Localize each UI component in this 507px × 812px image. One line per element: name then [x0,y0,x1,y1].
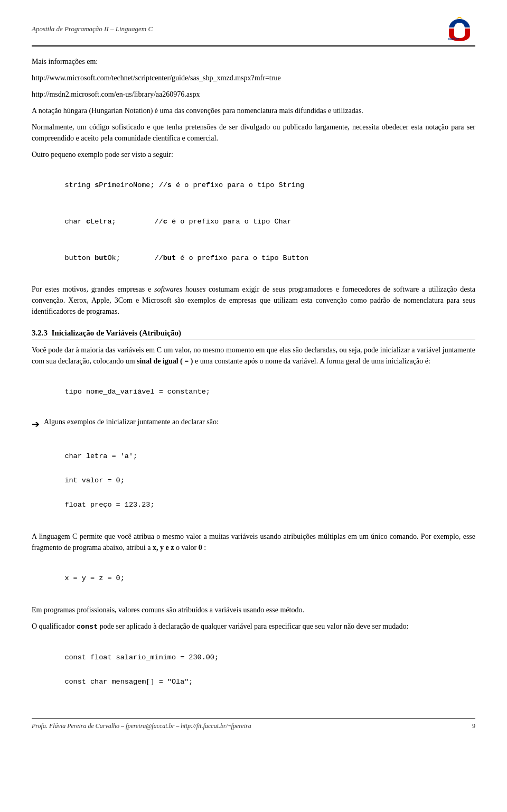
code-float-preco: float preço = 123.23; [64,501,154,509]
normally-text: Normalmente, um código sofisticado e que… [32,123,475,142]
section-init-title: 3.2.3 Inicialização de Variáveis (Atribu… [32,329,475,340]
multiassign-end: : [204,544,206,552]
code-block-prefixes: string sPrimeiroNome; //s é o prefixo pa… [48,167,475,276]
professional-para: Em programas profissionais, valores comu… [32,604,475,615]
code-int-valor: int valor = 0; [64,477,124,484]
page-header: Apostila de Programação II – Linguagem C… [32,16,475,46]
multiassign-bold2: 0 [199,544,202,552]
page-footer: Profa. Flávia Pereira de Carvalho – fper… [32,718,475,730]
const-text2: pode ser aplicado à declaração de qualqu… [100,622,409,630]
const-para: O qualificador const pode ser aplicado à… [32,621,475,632]
code-char-letra: char letra = 'a'; [64,452,137,460]
sec-text1-bold: sinal de igual ( = ) [137,357,193,365]
code-sprimeiron: string sPrimeiroNome; //s é o prefixo pa… [64,181,304,189]
code-block-examples2: char letra = 'a'; int valor = 0; float p… [48,438,475,524]
multiassign-bold1: x, y e z [153,544,174,552]
code-xyz-text: x = y = z = 0; [64,574,124,582]
professional-text: Em programas profissionais, valores comu… [32,606,304,614]
section-title-text: Inicialização de Variáveis (Atribuição) [50,329,181,337]
section-number: 3.2.3 [32,329,48,337]
normally-para: Normalmente, um código sofisticado e que… [32,122,475,144]
code-const-mensagem: const char mensagem[] = "Ola"; [64,678,193,686]
code-general-form: tipo nome_da_variável = constante; [48,374,475,410]
sec-text1-end: e uma constante após o nome da variável.… [195,357,430,365]
example-intro-text: Outro pequeno exemplo pode ser visto a s… [32,149,475,160]
intro-title-text: Mais informações em: [32,58,98,66]
motivos-para: Por estes motivos, grandes empresas e so… [32,284,475,317]
hungarian-text: A notação húngara (Hungarian Notation) é… [32,107,363,115]
arrow-label: Alguns exemplos de inicializar juntament… [44,418,219,426]
const-inline: const [77,623,98,631]
code-block-xyz: x = y = z = 0; [48,561,475,597]
multiassign-para: A linguagem C permite que você atribua o… [32,531,475,553]
code-const-salario: const float salario_minimo = 230.00; [64,654,219,661]
code-general-text: tipo nome_da_variável = constante; [64,388,210,396]
code-block-const: const float salario_minimo = 230.00; con… [48,640,475,701]
example-intro: Outro pequeno exemplo pode ser visto a s… [32,151,173,158]
hungarian-notation-para: A notação húngara (Hungarian Notation) é… [32,105,475,116]
page: Apostila de Programação II – Linguagem C… [0,0,507,740]
header-title: Apostila de Programação II – Linguagem C [32,25,153,33]
code-cletra: char cLetra; //c é o prefixo para o tipo… [64,218,291,226]
page-number: 9 [472,722,475,730]
multiassign-text1: A linguagem C permite que você atribua o… [32,533,475,552]
arrow-icon: ➔ [32,418,40,431]
const-text1: O qualificador [32,622,74,630]
link1-text: http://www.microsoft.com/technet/scriptc… [32,72,475,83]
link2: http://msdn2.microsoft.com/en-us/library… [32,90,200,98]
faccat-logo-icon: FACCAT [445,17,474,41]
multiassign-text2: o valor [176,544,196,552]
motivos-text-part1: Por estes motivos, grandes empresas e so… [32,285,475,315]
section-intro-label: Mais informações em: [32,56,475,67]
link2-text: http://msdn2.microsoft.com/en-us/library… [32,89,475,100]
svg-text:FACCAT: FACCAT [448,38,459,41]
link1: http://www.microsoft.com/technet/scriptc… [32,74,281,82]
arrow-item-examples: ➔ Alguns exemplos de inicializar juntame… [32,418,475,431]
section-init-para1: Você pode dar à maioria das variáveis em… [32,344,475,367]
logo: FACCAT [444,16,475,42]
footer-text: Profa. Flávia Pereira de Carvalho – fper… [32,722,251,730]
code-butok: button butOk; //but é o prefixo para o t… [64,254,308,262]
